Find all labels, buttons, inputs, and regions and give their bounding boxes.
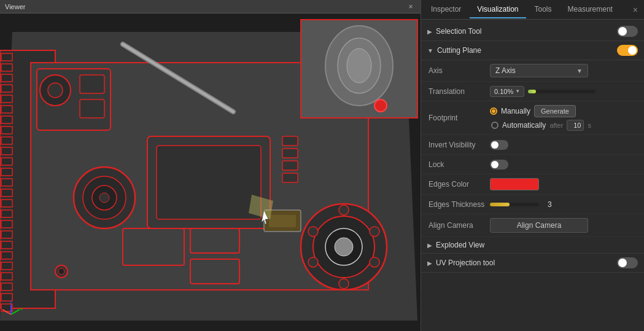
after-label: after [549,122,563,129]
svg-rect-8 [1,106,12,113]
uv-projection-header[interactable]: ▶ UV Projection tool [421,254,644,273]
lock-label: Lock [429,160,490,169]
svg-rect-18 [1,210,12,217]
lock-toggle-knob [491,161,499,168]
selection-tool-header[interactable]: ▶ Selection Tool [421,22,644,41]
svg-rect-66 [282,161,298,170]
svg-rect-7 [1,95,12,103]
tabs-close-button[interactable]: × [629,5,642,15]
cutting-plane-toggle[interactable] [617,45,638,56]
cutting-plane-title: Cutting Plane [437,46,617,55]
svg-rect-17 [1,200,12,207]
uv-projection-title: UV Projection tool [436,259,617,267]
align-camera-button[interactable]: Align Camera [490,218,588,233]
selection-tool-toggle-knob [618,27,627,36]
svg-point-55 [347,49,371,83]
svg-point-51 [308,227,318,236]
svg-rect-3 [1,53,12,61]
edges-thickness-row: Edges Thickness 3 [421,195,644,214]
edges-thickness-slider[interactable] [490,203,539,206]
svg-rect-4 [1,64,12,71]
svg-point-50 [308,257,318,267]
selection-tool-title: Selection Tool [436,27,617,36]
footprint-container: Manually Generate Automatically after 10… [490,105,637,131]
invert-visibility-value [490,140,637,150]
footprint-label: Footprint [429,114,490,122]
viewer-close-button[interactable]: × [406,2,416,12]
svg-rect-32 [80,75,104,93]
tab-measurement[interactable]: Measurement [561,1,620,18]
svg-rect-22 [1,252,12,259]
cutting-plane-toggle-knob [628,46,637,55]
translation-slider[interactable] [528,90,596,93]
svg-point-37 [99,193,109,203]
translation-row: Translation 0.10% ▼ [421,82,644,101]
edges-thickness-fill [490,203,510,206]
svg-point-48 [370,257,379,267]
automatically-radio[interactable] [491,122,499,129]
edges-color-swatch[interactable] [490,178,539,190]
svg-point-58 [374,99,387,112]
svg-rect-67 [282,173,298,182]
svg-rect-19 [1,220,12,228]
lock-row: Lock [421,155,644,174]
translation-container: 0.10% ▼ [490,86,596,97]
invert-visibility-toggle[interactable] [490,140,508,150]
tab-visualization[interactable]: Visualization [470,1,526,18]
exploded-view-header[interactable]: ▶ Exploded View [421,237,644,254]
svg-rect-25 [1,283,12,290]
edges-color-value [490,178,637,190]
svg-point-57 [58,268,64,275]
svg-point-47 [370,227,379,236]
uv-projection-chevron: ▶ [427,260,432,267]
axis-dropdown-value: Z Axis [495,66,516,75]
tab-inspector[interactable]: Inspector [424,1,468,18]
svg-point-49 [339,279,349,289]
translation-label: Translation [429,87,490,96]
footprint-row: Footprint Manually Generate Automaticall… [421,101,644,135]
svg-rect-5 [1,74,12,82]
selection-tool-chevron: ▶ [427,28,432,35]
selection-tool-toggle[interactable] [617,26,638,37]
edges-color-label: Edges Color [429,180,490,189]
manually-radio-row: Manually Generate [490,105,637,117]
exploded-view-title: Exploded View [436,241,638,249]
footprint-value: Manually Generate Automatically after 10… [490,105,637,131]
svg-rect-12 [1,147,12,155]
tabs-bar: Inspector Visualization Tools Measuremen… [421,0,644,20]
svg-text:z: z [10,299,12,305]
after-value-input[interactable]: 10 [567,120,584,131]
viewer-title: Viewer [5,3,25,10]
lock-toggle[interactable] [490,160,508,169]
manually-radio[interactable] [490,107,497,115]
svg-rect-13 [1,158,12,165]
cutting-plane-header[interactable]: ▼ Cutting Plane [421,41,644,60]
svg-rect-60 [269,215,296,227]
generate-button[interactable]: Generate [534,105,576,117]
align-camera-value: Align Camera [490,218,637,233]
svg-rect-6 [1,85,12,92]
svg-rect-16 [1,189,12,197]
tab-tools[interactable]: Tools [527,1,559,18]
svg-rect-15 [1,179,12,186]
svg-rect-20 [1,231,12,238]
translation-value: 0.10% ▼ [490,86,637,97]
svg-rect-11 [1,137,12,144]
svg-rect-24 [1,273,12,280]
after-unit: s [588,122,591,129]
svg-point-31 [48,83,63,98]
translation-percent-badge[interactable]: 0.10% ▼ [490,86,524,97]
invert-visibility-row: Invert Visibility [421,135,644,155]
axis-dropdown[interactable]: Z Axis ▼ [490,64,588,77]
invert-visibility-toggle-knob [491,141,499,149]
axis-value: Z Axis ▼ [490,64,637,77]
align-camera-row: Align Camera Align Camera [421,214,644,237]
svg-rect-9 [1,116,12,123]
axis-label: Axis [429,66,490,75]
automatically-label: Automatically [502,121,546,130]
uv-projection-toggle-knob [618,259,627,267]
translation-percent-value: 0.10% [494,88,513,95]
uv-projection-toggle[interactable] [617,257,638,268]
translation-slider-fill [528,90,536,93]
translation-dropdown-arrow: ▼ [515,88,520,94]
